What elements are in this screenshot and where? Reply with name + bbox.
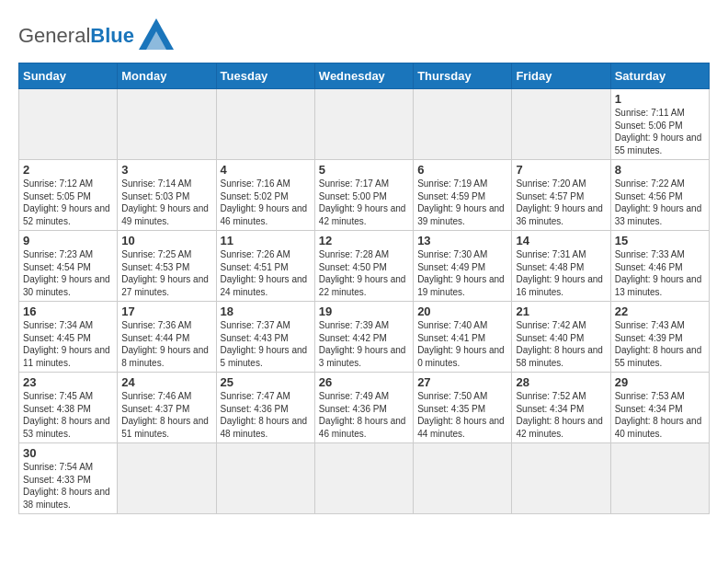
day-info: Sunrise: 7:19 AM Sunset: 4:59 PM Dayligh… <box>417 178 507 227</box>
day-info: Sunrise: 7:16 AM Sunset: 5:02 PM Dayligh… <box>221 178 311 227</box>
day-number: 28 <box>516 375 606 389</box>
calendar-cell <box>314 89 413 160</box>
day-info: Sunrise: 7:36 AM Sunset: 4:44 PM Dayligh… <box>121 319 211 369</box>
day-number: 6 <box>417 163 507 177</box>
day-info: Sunrise: 7:43 AM Sunset: 4:39 PM Dayligh… <box>615 319 705 369</box>
day-info: Sunrise: 7:31 AM Sunset: 4:48 PM Dayligh… <box>516 248 606 298</box>
day-info: Sunrise: 7:47 AM Sunset: 4:36 PM Dayligh… <box>221 390 311 440</box>
day-number: 30 <box>23 446 113 460</box>
calendar-week-4: 23Sunrise: 7:45 AM Sunset: 4:38 PM Dayli… <box>19 373 710 443</box>
calendar-cell: 4Sunrise: 7:16 AM Sunset: 5:02 PM Daylig… <box>216 160 314 231</box>
calendar-cell: 12Sunrise: 7:28 AM Sunset: 4:50 PM Dayli… <box>314 231 413 302</box>
day-number: 10 <box>121 234 211 247</box>
calendar-cell <box>216 443 314 514</box>
day-info: Sunrise: 7:52 AM Sunset: 4:34 PM Dayligh… <box>516 390 606 440</box>
day-number: 5 <box>319 163 409 177</box>
calendar-header-row: SundayMondayTuesdayWednesdayThursdayFrid… <box>19 63 710 89</box>
calendar-header-thursday: Thursday <box>414 63 512 89</box>
calendar-cell: 11Sunrise: 7:26 AM Sunset: 4:51 PM Dayli… <box>216 231 314 302</box>
calendar-week-3: 16Sunrise: 7:34 AM Sunset: 4:45 PM Dayli… <box>19 302 710 373</box>
calendar-table: SundayMondayTuesdayWednesdayThursdayFrid… <box>18 63 710 514</box>
day-info: Sunrise: 7:40 AM Sunset: 4:41 PM Dayligh… <box>417 319 507 369</box>
logo: GeneralBlue <box>18 18 174 53</box>
calendar-header-tuesday: Tuesday <box>216 63 314 89</box>
calendar-cell: 1Sunrise: 7:11 AM Sunset: 5:06 PM Daylig… <box>610 89 709 160</box>
calendar-cell <box>414 443 512 514</box>
calendar-cell: 5Sunrise: 7:17 AM Sunset: 5:00 PM Daylig… <box>314 160 413 231</box>
day-number: 24 <box>121 375 211 389</box>
day-info: Sunrise: 7:50 AM Sunset: 4:35 PM Dayligh… <box>417 390 507 440</box>
calendar-header-sunday: Sunday <box>19 63 118 89</box>
calendar-cell: 10Sunrise: 7:25 AM Sunset: 4:53 PM Dayli… <box>118 231 216 302</box>
day-info: Sunrise: 7:12 AM Sunset: 5:05 PM Dayligh… <box>23 178 113 227</box>
day-number: 27 <box>417 375 507 389</box>
day-number: 17 <box>121 304 211 318</box>
day-info: Sunrise: 7:20 AM Sunset: 4:57 PM Dayligh… <box>516 178 606 227</box>
calendar-cell: 30Sunrise: 7:54 AM Sunset: 4:33 PM Dayli… <box>19 443 118 514</box>
calendar-cell: 27Sunrise: 7:50 AM Sunset: 4:35 PM Dayli… <box>414 373 512 443</box>
calendar-cell <box>216 89 314 160</box>
day-number: 21 <box>516 304 606 318</box>
calendar-cell: 28Sunrise: 7:52 AM Sunset: 4:34 PM Dayli… <box>512 373 610 443</box>
day-info: Sunrise: 7:34 AM Sunset: 4:45 PM Dayligh… <box>23 319 113 369</box>
day-info: Sunrise: 7:49 AM Sunset: 4:36 PM Dayligh… <box>319 390 409 440</box>
day-number: 29 <box>615 375 705 389</box>
day-info: Sunrise: 7:39 AM Sunset: 4:42 PM Dayligh… <box>319 319 409 369</box>
calendar-cell: 6Sunrise: 7:19 AM Sunset: 4:59 PM Daylig… <box>414 160 512 231</box>
calendar-cell <box>19 89 118 160</box>
day-info: Sunrise: 7:25 AM Sunset: 4:53 PM Dayligh… <box>121 248 211 298</box>
calendar-week-0: 1Sunrise: 7:11 AM Sunset: 5:06 PM Daylig… <box>19 89 710 160</box>
calendar-cell <box>118 443 216 514</box>
day-info: Sunrise: 7:53 AM Sunset: 4:34 PM Dayligh… <box>615 390 705 440</box>
calendar-header-wednesday: Wednesday <box>314 63 413 89</box>
day-number: 15 <box>615 234 705 247</box>
logo-icon <box>139 18 174 53</box>
day-number: 20 <box>417 304 507 318</box>
day-number: 25 <box>221 375 311 389</box>
day-info: Sunrise: 7:30 AM Sunset: 4:49 PM Dayligh… <box>417 248 507 298</box>
calendar-cell: 21Sunrise: 7:42 AM Sunset: 4:40 PM Dayli… <box>512 302 610 373</box>
calendar-cell: 9Sunrise: 7:23 AM Sunset: 4:54 PM Daylig… <box>19 231 118 302</box>
day-number: 18 <box>221 304 311 318</box>
day-info: Sunrise: 7:37 AM Sunset: 4:43 PM Dayligh… <box>221 319 311 369</box>
day-number: 7 <box>516 163 606 177</box>
day-info: Sunrise: 7:11 AM Sunset: 5:06 PM Dayligh… <box>615 107 705 156</box>
day-number: 4 <box>221 163 311 177</box>
day-info: Sunrise: 7:33 AM Sunset: 4:46 PM Dayligh… <box>615 248 705 298</box>
logo-text: GeneralBlue <box>18 25 134 47</box>
calendar-cell: 15Sunrise: 7:33 AM Sunset: 4:46 PM Dayli… <box>610 231 709 302</box>
calendar-cell <box>512 443 610 514</box>
day-number: 9 <box>23 234 113 247</box>
page: GeneralBlue SundayMondayTuesdayWednesday… <box>0 0 728 523</box>
calendar-week-1: 2Sunrise: 7:12 AM Sunset: 5:05 PM Daylig… <box>19 160 710 231</box>
calendar-header-monday: Monday <box>118 63 216 89</box>
calendar-cell: 16Sunrise: 7:34 AM Sunset: 4:45 PM Dayli… <box>19 302 118 373</box>
calendar-cell <box>512 89 610 160</box>
day-number: 8 <box>615 163 705 177</box>
calendar-cell: 2Sunrise: 7:12 AM Sunset: 5:05 PM Daylig… <box>19 160 118 231</box>
calendar-cell <box>414 89 512 160</box>
day-info: Sunrise: 7:28 AM Sunset: 4:50 PM Dayligh… <box>319 248 409 298</box>
day-info: Sunrise: 7:22 AM Sunset: 4:56 PM Dayligh… <box>615 178 705 227</box>
calendar-cell: 20Sunrise: 7:40 AM Sunset: 4:41 PM Dayli… <box>414 302 512 373</box>
calendar-cell: 13Sunrise: 7:30 AM Sunset: 4:49 PM Dayli… <box>414 231 512 302</box>
day-info: Sunrise: 7:14 AM Sunset: 5:03 PM Dayligh… <box>121 178 211 227</box>
calendar-cell: 29Sunrise: 7:53 AM Sunset: 4:34 PM Dayli… <box>610 373 709 443</box>
calendar-cell: 17Sunrise: 7:36 AM Sunset: 4:44 PM Dayli… <box>118 302 216 373</box>
calendar-cell: 19Sunrise: 7:39 AM Sunset: 4:42 PM Dayli… <box>314 302 413 373</box>
calendar-cell <box>610 443 709 514</box>
day-info: Sunrise: 7:26 AM Sunset: 4:51 PM Dayligh… <box>221 248 311 298</box>
calendar-cell <box>314 443 413 514</box>
day-number: 3 <box>121 163 211 177</box>
calendar-cell: 18Sunrise: 7:37 AM Sunset: 4:43 PM Dayli… <box>216 302 314 373</box>
calendar-cell: 25Sunrise: 7:47 AM Sunset: 4:36 PM Dayli… <box>216 373 314 443</box>
day-number: 23 <box>23 375 113 389</box>
day-number: 26 <box>319 375 409 389</box>
day-number: 22 <box>615 304 705 318</box>
calendar-cell: 24Sunrise: 7:46 AM Sunset: 4:37 PM Dayli… <box>118 373 216 443</box>
header: GeneralBlue <box>18 18 710 53</box>
calendar-week-2: 9Sunrise: 7:23 AM Sunset: 4:54 PM Daylig… <box>19 231 710 302</box>
calendar-cell: 14Sunrise: 7:31 AM Sunset: 4:48 PM Dayli… <box>512 231 610 302</box>
day-info: Sunrise: 7:17 AM Sunset: 5:00 PM Dayligh… <box>319 178 409 227</box>
calendar-header-saturday: Saturday <box>610 63 709 89</box>
